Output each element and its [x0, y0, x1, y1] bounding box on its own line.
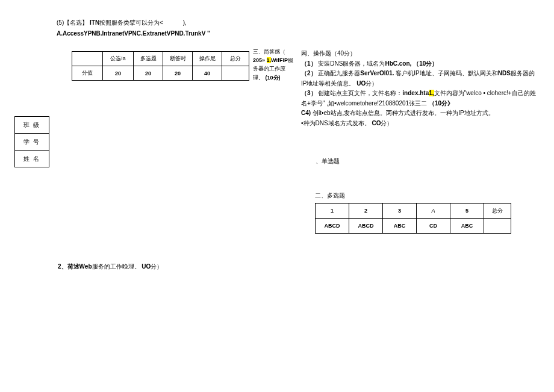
score-value-row: 分值 20 20 20 40 — [72, 66, 249, 81]
strip-name: 姓 名 — [15, 151, 49, 167]
mc-h5: 5 — [450, 204, 484, 219]
op-l2b: 安裝DNS服务器，域名为 — [318, 60, 385, 67]
mc-h2: 2 — [349, 204, 383, 219]
multi-choice-table: 1 2 3 A 5 总分 ABCD ABCD ABC CD ABC — [315, 203, 511, 234]
mc-r5: ABC — [450, 219, 484, 234]
mc-h6: 总分 — [484, 204, 511, 219]
q2-a: 2、荷述 — [58, 263, 79, 270]
question-2: 2、荷述Web服务的工作晚理。 UO分） — [58, 263, 163, 271]
score-h4: 操作尼 — [193, 52, 222, 66]
op-l2d: （10分） — [413, 60, 438, 67]
score-header-row: 公选Ia 多选题 断答时 操作尼 总分 — [72, 52, 249, 66]
s3-d: (10分) — [266, 75, 281, 81]
question-5: (5)【名选】 ITN按照服务类擘可以分为< ), A.AccessYPNB.I… — [57, 18, 210, 40]
s3-b-post: WifFIP — [271, 57, 288, 63]
score-r1c3: 20 — [134, 66, 163, 81]
op-l3c: SerVerOl01. — [360, 70, 394, 76]
score-r1c4: 20 — [163, 66, 193, 81]
strip-class: 班 级 — [15, 117, 49, 134]
score-h1: 公选Ia — [103, 52, 134, 66]
mc-r3: ABC — [383, 219, 417, 234]
q2-d: UO — [142, 263, 151, 270]
op-l4a: （3） — [301, 90, 317, 96]
q5-prefix: (5)【名选】 — [57, 19, 88, 26]
s3-b-pre: 205» — [253, 57, 267, 63]
op-l4f: （10分》 — [429, 100, 453, 107]
score-r1c1: 分值 — [72, 66, 103, 81]
single-choice-heading: 、单选题 — [316, 157, 340, 166]
q5-paren: ), — [183, 19, 187, 26]
q2-e: 分） — [151, 263, 163, 270]
mc-h4: A — [417, 204, 450, 219]
op-l5b: 创it•eb站点,发布站点信息。两种方式进行发布。一种为IP地址方式。 — [313, 110, 494, 116]
mc-r4: CD — [417, 219, 450, 234]
op-l3g: UO — [356, 80, 366, 87]
score-r1c5: 40 — [193, 66, 222, 81]
op-l5a: C4) — [301, 110, 311, 116]
op-l3e: NDS — [498, 70, 511, 76]
student-info-strip: 班 级 学 号 姓 名 — [14, 116, 49, 167]
op-l4hl: 1, — [429, 90, 434, 96]
score-r1c6 — [222, 66, 249, 81]
op-l1: 网、操作题（40分） — [301, 49, 536, 59]
op-l3b: 正确配九服务器 — [318, 70, 360, 76]
op-l3d: 客户机IP地址、子网掩码、默认网关和 — [396, 70, 497, 76]
s3-b-hl: 1. — [267, 57, 272, 63]
multi-choice-heading: 二、多选题 — [315, 191, 345, 200]
op-l2a: （1） — [301, 60, 317, 67]
op-l6c: 分） — [381, 120, 393, 126]
score-table: 公选Ia 多选题 断答时 操作尼 总分 分值 20 20 20 40 — [72, 51, 249, 81]
q2-b: Web — [79, 263, 92, 270]
mc-r6 — [484, 219, 511, 234]
q5-itn: ITN — [90, 19, 99, 26]
score-h3: 断答时 — [163, 52, 193, 66]
score-r1c2: 20 — [103, 66, 134, 81]
score-h2: 多选题 — [134, 52, 163, 66]
op-l2c: HbC.con, — [385, 60, 411, 67]
mc-r1: ABCD — [316, 219, 349, 234]
q5-options: A.AccessYPNB.IntranetVPNC.ExtranetVPND.T… — [57, 29, 210, 39]
strip-id: 学 号 — [15, 134, 49, 151]
op-l4b: 创建站点主页文件，文件名称： — [318, 90, 402, 96]
mc-h1: 1 — [316, 204, 349, 219]
op-l6b: CO — [372, 120, 381, 126]
operation-section: 网、操作题（40分） （1） 安裝DNS服务器，域名为HbC.con, （10分… — [301, 49, 536, 128]
mc-header-row: 1 2 3 A 5 总分 — [316, 204, 511, 219]
section-3-shortanswer: 三、简答感（ 205» 1.WifFIP服务器的工作原理。 (10分) — [253, 48, 294, 82]
q5-middle: 按照服务类擘可以分为< — [99, 19, 163, 26]
mc-r2: ABCD — [349, 219, 383, 234]
mc-answer-row: ABCD ABCD ABC CD ABC — [316, 219, 511, 234]
q2-c: 服务的工作晚理。 — [92, 263, 140, 270]
op-l6a: •种为DNS域名方式发布。 — [301, 120, 370, 126]
op-l3a: （2） — [301, 70, 317, 76]
op-l4e: 张三二 — [409, 100, 427, 107]
s3-a: 三、简答感（ — [253, 49, 285, 55]
op-l4c: index.hta — [402, 90, 429, 96]
op-l3h: 分） — [366, 80, 378, 87]
score-h5: 总分 — [222, 52, 249, 66]
mc-h3: 3 — [383, 204, 417, 219]
